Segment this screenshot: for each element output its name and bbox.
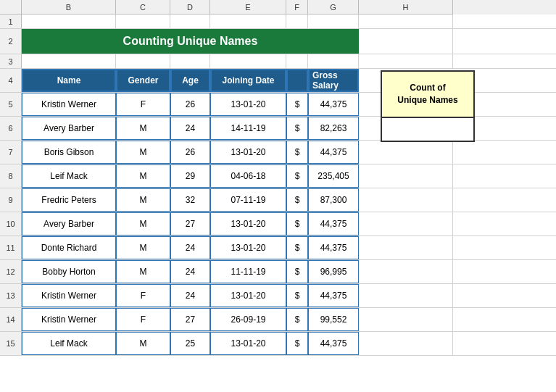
- cell-b1[interactable]: [22, 14, 116, 28]
- cell-curr-8[interactable]: $: [286, 164, 308, 188]
- cell-d1[interactable]: [170, 14, 210, 28]
- header-name: Name: [22, 69, 116, 92]
- cell-date-14[interactable]: 26-09-19: [210, 308, 286, 331]
- cell-age-10[interactable]: 27: [170, 212, 210, 235]
- cell-e3[interactable]: [210, 54, 286, 68]
- cell-age-12[interactable]: 24: [170, 260, 210, 283]
- cell-name-5[interactable]: Kristin Werner: [22, 93, 116, 116]
- cell-salary-7[interactable]: 44,375: [308, 141, 359, 164]
- cell-name-7[interactable]: Boris Gibson: [22, 141, 116, 164]
- row-14: 14 Kristin Werner F 27 26-09-19 $ 99,552: [0, 308, 556, 332]
- cell-gender-12[interactable]: M: [116, 260, 170, 283]
- cell-date-15[interactable]: 13-01-20: [210, 332, 286, 355]
- cell-salary-14[interactable]: 99,552: [308, 308, 359, 331]
- cell-g1[interactable]: [308, 14, 359, 28]
- cell-age-14[interactable]: 27: [170, 308, 210, 331]
- cell-curr-11[interactable]: $: [286, 236, 308, 259]
- cell-gender-6[interactable]: M: [116, 117, 170, 140]
- cell-h13[interactable]: [359, 284, 453, 307]
- cell-salary-11[interactable]: 44,375: [308, 236, 359, 259]
- row-num-5: 5: [0, 93, 22, 116]
- cell-gender-5[interactable]: F: [116, 93, 170, 116]
- cell-date-8[interactable]: 04-06-18: [210, 164, 286, 188]
- cell-curr-9[interactable]: $: [286, 188, 308, 212]
- spreadsheet-body: 1 2 Counting Unique Names 3: [0, 14, 556, 356]
- cell-salary-5[interactable]: 44,375: [308, 93, 359, 116]
- cell-name-11[interactable]: Donte Richard: [22, 236, 116, 259]
- cell-h14[interactable]: [359, 308, 453, 331]
- cell-name-14[interactable]: Kristin Werner: [22, 308, 116, 331]
- cell-age-13[interactable]: 24: [170, 284, 210, 307]
- cell-gender-8[interactable]: M: [116, 164, 170, 188]
- cell-b3[interactable]: [22, 54, 116, 68]
- cell-salary-9[interactable]: 87,300: [308, 188, 359, 212]
- cell-h12[interactable]: [359, 260, 453, 283]
- cell-name-8[interactable]: Leif Mack: [22, 164, 116, 188]
- row-8: 8 Leif Mack M 29 04-06-18 $ 235,405: [0, 164, 556, 188]
- cell-curr-7[interactable]: $: [286, 141, 308, 164]
- cell-date-7[interactable]: 13-01-20: [210, 141, 286, 164]
- row-9: 9 Fredric Peters M 32 07-11-19 $ 87,300: [0, 188, 556, 212]
- cell-date-10[interactable]: 13-01-20: [210, 212, 286, 235]
- cell-salary-8[interactable]: 235,405: [308, 164, 359, 188]
- row-num-2: 2: [0, 29, 22, 54]
- cell-curr-6[interactable]: $: [286, 117, 308, 140]
- cell-h2[interactable]: [359, 29, 453, 54]
- cell-c3[interactable]: [116, 54, 170, 68]
- cell-h9[interactable]: [359, 188, 453, 212]
- cell-d3[interactable]: [170, 54, 210, 68]
- cell-h3[interactable]: [359, 54, 453, 68]
- cell-date-9[interactable]: 07-11-19: [210, 188, 286, 212]
- cell-curr-15[interactable]: $: [286, 332, 308, 355]
- cell-age-5[interactable]: 26: [170, 93, 210, 116]
- cell-age-9[interactable]: 32: [170, 188, 210, 212]
- cell-gender-7[interactable]: M: [116, 141, 170, 164]
- cell-name-9[interactable]: Fredric Peters: [22, 188, 116, 212]
- cell-age-15[interactable]: 25: [170, 332, 210, 355]
- cell-name-10[interactable]: Avery Barber: [22, 212, 116, 235]
- cell-gender-10[interactable]: M: [116, 212, 170, 235]
- cell-date-5[interactable]: 13-01-20: [210, 93, 286, 116]
- cell-name-13[interactable]: Kristin Werner: [22, 284, 116, 307]
- cell-date-6[interactable]: 14-11-19: [210, 117, 286, 140]
- cell-f1[interactable]: [286, 14, 308, 28]
- cell-h11[interactable]: [359, 236, 453, 259]
- cell-date-11[interactable]: 13-01-20: [210, 236, 286, 259]
- cell-salary-15[interactable]: 44,375: [308, 332, 359, 355]
- cell-salary-12[interactable]: 96,995: [308, 260, 359, 283]
- cell-h1[interactable]: [359, 14, 453, 28]
- cell-e1[interactable]: [210, 14, 286, 28]
- cell-gender-14[interactable]: F: [116, 308, 170, 331]
- cell-f3[interactable]: [286, 54, 308, 68]
- cell-name-15[interactable]: Leif Mack: [22, 332, 116, 355]
- cell-gender-9[interactable]: M: [116, 188, 170, 212]
- cell-h8[interactable]: [359, 164, 453, 188]
- cell-curr-13[interactable]: $: [286, 284, 308, 307]
- spreadsheet-title: Counting Unique Names: [123, 35, 258, 48]
- cell-age-7[interactable]: 26: [170, 141, 210, 164]
- cell-gender-15[interactable]: M: [116, 332, 170, 355]
- cell-date-12[interactable]: 11-11-19: [210, 260, 286, 283]
- cell-gender-11[interactable]: M: [116, 236, 170, 259]
- cell-h7[interactable]: [359, 141, 453, 164]
- cell-name-6[interactable]: Avery Barber: [22, 117, 116, 140]
- cell-c1[interactable]: [116, 14, 170, 28]
- cell-salary-13[interactable]: 44,375: [308, 284, 359, 307]
- cell-gender-13[interactable]: F: [116, 284, 170, 307]
- cell-curr-10[interactable]: $: [286, 212, 308, 235]
- cell-h10[interactable]: [359, 212, 453, 235]
- cell-salary-6[interactable]: 82,263: [308, 117, 359, 140]
- cell-date-13[interactable]: 13-01-20: [210, 284, 286, 307]
- cell-g3[interactable]: [308, 54, 359, 68]
- cell-h15[interactable]: [359, 332, 453, 355]
- title-cell[interactable]: Counting Unique Names: [22, 29, 359, 54]
- cell-curr-14[interactable]: $: [286, 308, 308, 331]
- cell-name-12[interactable]: Bobby Horton: [22, 260, 116, 283]
- cell-curr-5[interactable]: $: [286, 93, 308, 116]
- cell-salary-10[interactable]: 44,375: [308, 212, 359, 235]
- cell-age-6[interactable]: 24: [170, 117, 210, 140]
- count-box-value[interactable]: [381, 118, 475, 142]
- cell-age-8[interactable]: 29: [170, 164, 210, 188]
- cell-curr-12[interactable]: $: [286, 260, 308, 283]
- cell-age-11[interactable]: 24: [170, 236, 210, 259]
